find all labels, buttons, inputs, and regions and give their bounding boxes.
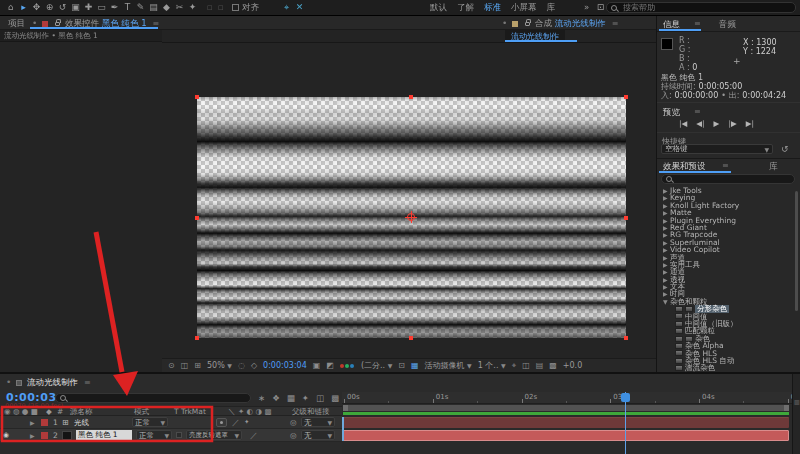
eraser-tool-icon[interactable]: ◆ [160, 0, 173, 15]
selection-handle[interactable] [409, 336, 413, 340]
effect-item[interactable]: 湍流杂色 [657, 364, 800, 371]
parent-dropdown[interactable]: 无▼ [301, 430, 335, 440]
snap-toggle[interactable]: 对齐 [232, 0, 259, 15]
reset-icon[interactable]: ↺ [781, 144, 789, 154]
expand-arrow-icon[interactable]: ▶ [30, 430, 35, 441]
first-frame-button[interactable]: |◀ [679, 119, 687, 128]
timeline-option-icon[interactable]: ∗ [258, 393, 265, 403]
previous-frame-button[interactable]: ◀| [696, 119, 704, 128]
effect-item[interactable]: 匹配颗粒 [657, 327, 800, 334]
workspace-了解[interactable]: 了解 [457, 0, 474, 15]
axis-mode-icon[interactable]: ▫ [214, 0, 227, 15]
pen-tool-icon[interactable]: ✒ [108, 0, 121, 15]
composition-viewer[interactable] [162, 43, 656, 360]
pixel-aspect-icon[interactable]: ⌖ [512, 361, 517, 371]
anchor-point[interactable] [407, 213, 415, 221]
selection-handle[interactable] [195, 216, 199, 220]
panel-menu-icon[interactable]: ≡ [722, 161, 729, 170]
snapshot-icon[interactable]: ▣ [313, 361, 321, 370]
work-area-bar[interactable] [343, 405, 789, 411]
timeline-graph-area[interactable]: 00s01s02s03s04s05s [342, 392, 792, 454]
timeline-option-icon[interactable]: ◫ [316, 393, 324, 403]
always-preview-icon[interactable]: ⊙ [168, 361, 175, 370]
timeline-button-icon[interactable]: ▤ [536, 361, 544, 370]
brush-tool-icon[interactable]: ✎ [134, 0, 147, 15]
effects-scrollbar[interactable] [795, 191, 798, 311]
tab-composition[interactable]: • 合成 流动光线制作 ≡ [502, 18, 618, 30]
selection-handle[interactable] [195, 336, 199, 340]
selection-handle[interactable] [409, 95, 413, 99]
trkmat-dropdown[interactable]: 亮度反转遮罩▼ [186, 430, 242, 440]
camera-view-dropdown[interactable]: 活动摄像机 ▼ [425, 360, 472, 371]
pan-behind-tool-icon[interactable]: ✚ [82, 0, 95, 15]
tab-preview[interactable]: 预览 [663, 107, 680, 119]
viewer-timecode[interactable]: 0:00:03:04 [263, 361, 307, 370]
timeline-option-icon[interactable]: ▦ [287, 393, 295, 403]
screen-share-icon[interactable]: ⌖ [280, 0, 293, 15]
flowchart-icon[interactable]: ▩ [549, 361, 557, 370]
workspace-overflow[interactable]: » [584, 0, 589, 15]
layer-label-swatch[interactable] [41, 432, 48, 439]
lock-icon[interactable] [55, 22, 60, 26]
camera-tool-icon[interactable]: ▣ [69, 0, 82, 15]
magnification-dropdown[interactable]: 50% ▼ [207, 361, 232, 370]
text-tool-icon[interactable]: T [121, 0, 134, 15]
lock-icon[interactable] [525, 22, 530, 26]
fractal-noise-layer-image[interactable] [197, 97, 626, 338]
maximize-icon[interactable]: ✕ [293, 0, 306, 15]
help-search-box[interactable] [606, 2, 796, 13]
timeline-option-icon[interactable]: ❖ [272, 393, 280, 403]
timeline-tab[interactable]: • 流动光线制作 ≡ [6, 377, 91, 389]
layer-bar-1[interactable] [343, 417, 789, 428]
layer-row-2[interactable]: ◉ ▶ 2 黑色 纯色 1 正常▼ 亮度反转遮罩▼ ／ ◎ 无▼ [0, 429, 342, 442]
layer-name[interactable]: 光线 [74, 417, 89, 428]
guides-icon[interactable]: ⊞ [194, 361, 201, 370]
show-snapshot-icon[interactable]: ◩ [326, 361, 334, 370]
orbit-camera-tool-icon[interactable]: ↺ [56, 0, 69, 15]
timeline-option-icon[interactable]: ▩ [331, 393, 339, 403]
roto-brush-tool-icon[interactable]: ✂ [173, 0, 186, 15]
shortcut-dropdown[interactable]: 空格键▼ [661, 144, 773, 154]
panel-menu-icon[interactable]: ≡ [694, 107, 701, 116]
tab-libraries[interactable]: 库 [769, 161, 778, 173]
primary-viewer-icon[interactable]: ◫ [181, 361, 189, 370]
quality-icon[interactable]: ✦ [244, 417, 249, 428]
timeline-search-box[interactable] [55, 393, 251, 403]
timeline-option-icon[interactable]: ✦ [302, 393, 309, 403]
tab-project[interactable]: 项目 [8, 18, 25, 30]
time-ruler[interactable]: 00s01s02s03s04s05s [342, 392, 792, 404]
workspace-小屏幕[interactable]: 小屏幕 [511, 0, 537, 15]
snap-checkbox[interactable] [232, 4, 239, 11]
playhead-handle[interactable] [621, 393, 630, 402]
audio-video-button[interactable] [216, 418, 227, 427]
expand-arrow-icon[interactable]: ▶ [30, 417, 35, 428]
next-frame-button[interactable]: |▶ [728, 119, 736, 128]
selection-handle[interactable] [195, 95, 199, 99]
layer-name-selected[interactable]: 黑色 纯色 1 [76, 430, 132, 440]
effect-item[interactable]: 杂色 HLS 自动 [657, 357, 800, 364]
trkmat-checkbox[interactable] [176, 432, 182, 438]
workspace-默认[interactable]: 默认 [430, 0, 447, 15]
exposure-control[interactable]: +0.0 [563, 361, 582, 370]
view-layout-dropdown[interactable]: 1 个.. ▼ [478, 360, 506, 371]
panel-menu-icon[interactable]: ≡ [84, 378, 91, 387]
clone-stamp-tool-icon[interactable]: ▤ [147, 0, 160, 15]
shy-icon[interactable]: ／ [250, 430, 258, 441]
fast-previews-icon[interactable]: ◫ [522, 361, 530, 370]
pickwhip-icon[interactable]: ◎ [290, 430, 297, 441]
shy-icon[interactable]: ／ [232, 417, 240, 428]
parent-dropdown[interactable]: 无▼ [301, 417, 335, 427]
effect-category-expanded[interactable]: ▼杂色和颗粒 [657, 298, 800, 305]
tab-audio[interactable]: 音频 [719, 19, 736, 31]
zoom-tool-icon[interactable]: ⊕ [43, 0, 56, 15]
comp-marker-icon[interactable]: ▥ [794, 398, 800, 405]
layer-row-1[interactable]: ▶ 1 ⊞ 光线 正常▼ ／ ✦ ◎ 无▼ [0, 416, 342, 429]
selection-tool-icon[interactable]: ▸ [17, 0, 30, 15]
panel-menu-icon[interactable]: ≡ [694, 19, 701, 28]
eye-icon[interactable]: ◉ [3, 430, 9, 441]
layer-bar-2[interactable] [343, 430, 789, 441]
hand-tool-icon[interactable]: ✥ [30, 0, 43, 15]
help-search-input[interactable] [621, 2, 771, 13]
show-channels-icon[interactable] [340, 361, 355, 370]
last-frame-button[interactable]: ▶| [746, 119, 754, 128]
